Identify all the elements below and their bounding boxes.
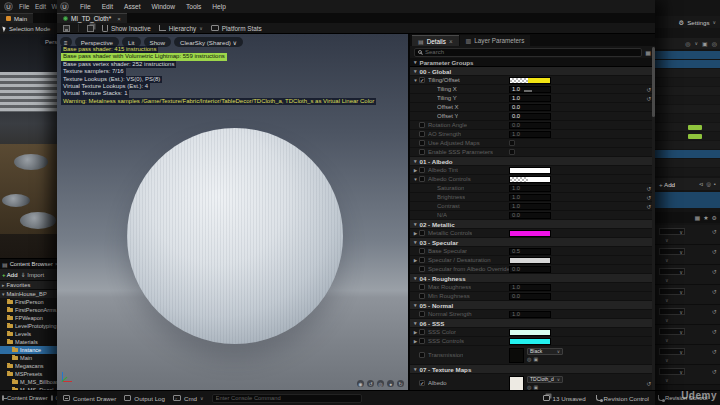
- property-row[interactable]: ∨↺∨: [655, 365, 720, 385]
- help-icon[interactable]: ◎: [706, 181, 711, 187]
- slider-grip[interactable]: [524, 90, 532, 92]
- property-row[interactable]: ∨↺∨: [655, 305, 720, 325]
- param-row[interactable]: Tiling X1.0↺: [410, 85, 655, 94]
- folder-tree-item[interactable]: MSPresets: [0, 370, 57, 378]
- search-box[interactable]: [414, 48, 642, 57]
- filter-icon[interactable]: ◎: [685, 40, 690, 47]
- grid-icon[interactable]: ▦: [695, 214, 701, 221]
- outliner-row[interactable]: [655, 96, 720, 105]
- param-row[interactable]: Offset X0.0: [410, 103, 655, 112]
- parameter-groups-header[interactable]: ▾ Parameter Groups: [410, 58, 655, 67]
- tab-main-level[interactable]: Main: [0, 13, 33, 23]
- value-field[interactable]: 1.0: [509, 203, 551, 210]
- dropdown-field[interactable]: ∨: [659, 228, 685, 235]
- param-row[interactable]: ▶Metallic Controls: [410, 229, 655, 238]
- viewport-settings-button[interactable]: ⚙ Settings ∨: [655, 16, 720, 28]
- favorites-section[interactable]: ▸ Favorites: [0, 280, 57, 289]
- folder-tree-item[interactable]: FirstPerson: [0, 298, 57, 306]
- value-field[interactable]: 1.0: [509, 86, 551, 93]
- outliner-row[interactable]: [655, 60, 720, 69]
- override-checkbox[interactable]: [419, 293, 425, 299]
- param-row[interactable]: Min Roughness0.0: [410, 292, 655, 301]
- browse-icon[interactable]: ▣: [533, 356, 538, 362]
- value-field[interactable]: 1.0: [509, 185, 551, 192]
- outliner-row[interactable]: [655, 105, 720, 114]
- param-row[interactable]: ✓AlbedoTDCloth_d∨◎▣↺: [410, 374, 655, 390]
- override-checkbox[interactable]: [419, 284, 425, 290]
- reset-icon[interactable]: ↺: [712, 268, 717, 275]
- menu-item-asset[interactable]: Asset: [119, 2, 146, 11]
- selection-mode-button[interactable]: Selection Mode: [9, 26, 50, 32]
- menu-item-file[interactable]: File: [75, 2, 96, 11]
- value-field[interactable]: 0.0: [509, 266, 551, 273]
- value-checkbox[interactable]: [509, 149, 515, 155]
- content-browser-tab[interactable]: ▤ Content Browser ×: [0, 259, 57, 269]
- folder-tree-item[interactable]: M_MS_Billboard_M: [0, 378, 57, 386]
- content-drawer-button[interactable]: Content Drawer: [7, 395, 48, 401]
- root-folder-section[interactable]: ▾ MainHouse_BP: [0, 289, 57, 298]
- outliner-row[interactable]: [655, 78, 720, 87]
- menu-item-help[interactable]: Help: [207, 2, 231, 11]
- console-command-input[interactable]: [216, 395, 358, 401]
- reset-icon[interactable]: ↺: [712, 288, 717, 295]
- property-row[interactable]: ∨↺∨: [655, 345, 720, 365]
- color-swatch[interactable]: [509, 257, 551, 264]
- refresh-icon[interactable]: ↻: [397, 380, 404, 387]
- color-swatch[interactable]: [509, 167, 551, 174]
- platform-stats-button[interactable]: Platform Stats: [211, 25, 262, 32]
- dropdown-field[interactable]: ∨: [659, 348, 685, 355]
- param-group-header[interactable]: ▾04 - Roughness: [410, 274, 655, 283]
- outliner-row[interactable]: [655, 69, 720, 78]
- add-button[interactable]: + Add: [659, 181, 675, 188]
- folder-tree-item[interactable]: Materials: [0, 338, 57, 346]
- browse-button[interactable]: [87, 25, 94, 32]
- param-row[interactable]: Offset Y0.0: [410, 112, 655, 121]
- value-field[interactable]: 0.0: [509, 104, 551, 111]
- texture-dropdown[interactable]: TDCloth_d∨: [527, 376, 563, 383]
- param-row[interactable]: Specular from Albedo Override0.0: [410, 265, 655, 274]
- tab-layer-parameters[interactable]: ▥ Layer Parameters: [460, 35, 531, 46]
- value-checkbox[interactable]: [509, 140, 515, 146]
- reset-icon[interactable]: ↺: [712, 368, 717, 375]
- override-checkbox[interactable]: [419, 122, 425, 128]
- property-row[interactable]: ∨↺∨: [655, 285, 720, 305]
- outliner-row[interactable]: [655, 51, 720, 60]
- view-options-icon[interactable]: ▦: [645, 49, 651, 56]
- close-icon[interactable]: ×: [449, 38, 453, 45]
- value-field[interactable]: 0.0: [509, 212, 551, 219]
- param-row[interactable]: ▶Specular / Desaturation: [410, 256, 655, 265]
- details-scrollbar[interactable]: [652, 47, 655, 390]
- outliner-row[interactable]: [655, 159, 720, 168]
- param-group-header[interactable]: ▾05 - Normal: [410, 301, 655, 310]
- override-checkbox[interactable]: [419, 167, 425, 173]
- outliner-row[interactable]: [655, 87, 720, 96]
- folder-tree-item[interactable]: FirstPersonArms: [0, 306, 57, 314]
- override-checkbox[interactable]: [419, 352, 425, 358]
- override-checkbox[interactable]: [419, 257, 425, 263]
- outliner-row[interactable]: [655, 123, 720, 132]
- override-checkbox[interactable]: [419, 311, 425, 317]
- dropdown-field[interactable]: ∨: [659, 328, 685, 335]
- import-button[interactable]: ⇓ Import: [21, 271, 45, 278]
- outliner-row[interactable]: [655, 132, 720, 141]
- property-row[interactable]: ∨↺∨: [655, 225, 720, 245]
- folder-tree-item[interactable]: LevelPrototyping: [0, 322, 57, 330]
- override-checkbox[interactable]: [419, 131, 425, 137]
- override-checkbox[interactable]: ✓: [419, 380, 425, 386]
- dropdown-field[interactable]: ∨: [659, 308, 685, 315]
- cycle-icon[interactable]: ↺: [367, 380, 374, 387]
- param-row[interactable]: Saturation1.0↺: [410, 184, 655, 193]
- viewport-pill-show[interactable]: Show: [144, 37, 171, 47]
- outliner-row[interactable]: [655, 114, 720, 123]
- save-button[interactable]: [63, 25, 70, 32]
- reset-icon[interactable]: ↺: [712, 328, 717, 335]
- param-row[interactable]: TransmissionBlack∨◎▣: [410, 346, 655, 365]
- param-row[interactable]: Contrast1.0↺: [410, 202, 655, 211]
- override-checkbox[interactable]: [419, 140, 425, 146]
- add-button[interactable]: + Add: [2, 272, 18, 278]
- param-row[interactable]: Base Specular0.5: [410, 247, 655, 256]
- console-command-box[interactable]: [212, 394, 362, 403]
- content-drawer-button[interactable]: Content Drawer: [63, 395, 116, 402]
- sphere-icon[interactable]: ●: [387, 380, 394, 387]
- color-swatch[interactable]: [509, 338, 551, 345]
